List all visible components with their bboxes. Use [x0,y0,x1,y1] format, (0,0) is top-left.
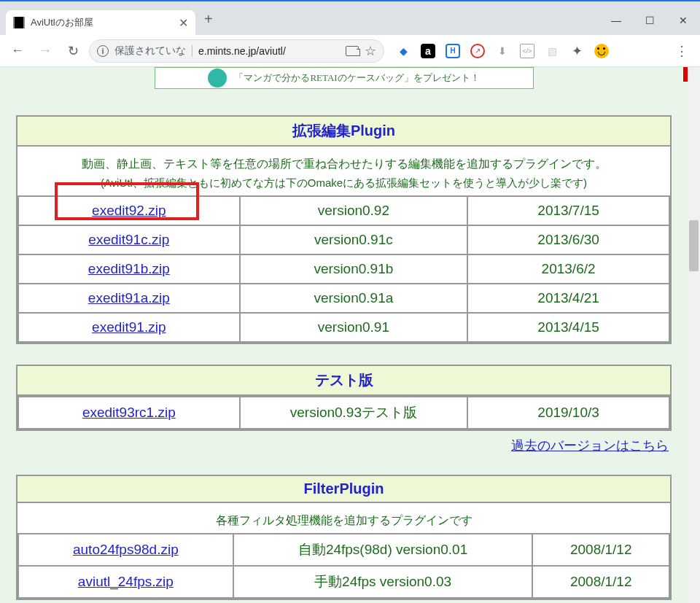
date-cell: 2019/10/3 [467,397,669,429]
download-link[interactable]: exedit91.zip [92,319,166,335]
tab-title: AviUtlのお部屋 [31,16,93,29]
omnibox-divider [192,45,192,57]
banner-logo-icon [208,69,227,87]
past-versions-link-wrap: 過去のバージョンはこちら [16,437,669,454]
exedit-desc-2: (AviUtl、拡張編集ともに初めてな方は下のOmakeにある拡張編集セットを使… [23,174,664,192]
titlebar: AviUtlのお部屋 ✕ + — ☐ ✕ [0,6,700,35]
date-cell: 2013/4/15 [467,313,669,342]
favicon-icon [13,17,25,28]
date-cell: 2008/1/12 [532,566,669,598]
section-test: テスト版 exedit93rc1.zip version0.93テスト版 201… [16,365,672,431]
scrollbar-thumb[interactable] [689,220,699,271]
version-cell: version0.93テスト版 [240,397,468,429]
close-window-button[interactable]: ✕ [666,6,700,35]
ext-icon-5[interactable]: ⬇ [495,44,510,58]
site-info-icon[interactable]: i [97,45,109,57]
browser-menu-button[interactable]: ⋮ [669,43,694,59]
ext-icon-4[interactable]: ↗ [470,44,485,58]
ext-icon-6[interactable]: </> [520,44,534,58]
extension-icons: ◆ a H ↗ ⬇ </> ▧ ✦ [396,44,665,58]
table-row: exedit92.zip version0.92 2013/7/15 [18,196,669,225]
address-bar[interactable]: i 保護されていな e.mints.ne.jp/aviutl/ ☆ [89,39,384,63]
reload-button[interactable]: ↻ [61,39,85,63]
version-cell: version0.91c [240,225,468,254]
scrollbar-track[interactable] [688,67,700,603]
browser-toolbar: ← → ↻ i 保護されていな e.mints.ne.jp/aviutl/ ☆ … [0,35,700,67]
filter-desc: 各種フィルタ処理機能を追加するプラグインです [23,510,664,530]
test-table: exedit93rc1.zip version0.93テスト版 2019/10/… [18,396,670,429]
version-cell: 手動24fps version0.03 [233,566,533,598]
filter-table: auto24fps98d.zip 自動24fps(98d) version0.0… [18,533,670,599]
ext-icon-7[interactable]: ▧ [545,44,559,58]
date-cell: 2013/4/21 [467,284,669,313]
security-label: 保護されていな [114,44,186,58]
download-link[interactable]: exedit91b.zip [88,261,170,276]
version-cell: version0.91 [240,313,468,342]
banner-text: 「マンガで分かるRETAIのケースバッグ」をプレゼント！ [234,71,479,85]
version-cell: version0.92 [240,196,468,225]
section-test-title: テスト版 [18,366,670,396]
date-cell: 2013/7/15 [467,196,669,225]
exedit-desc-1: 動画、静止画、テキスト等を任意の場所で重ね合わせたりする編集機能を追加するプラグ… [23,154,664,174]
table-row: auto24fps98d.zip 自動24fps(98d) version0.0… [18,534,669,566]
ext-icon-1[interactable]: ◆ [396,44,411,58]
table-row: exedit91.zip version0.91 2013/4/15 [18,313,669,342]
reader-mode-icon[interactable] [346,46,359,56]
maximize-button[interactable]: ☐ [633,6,666,35]
forward-button[interactable]: → [34,39,57,63]
table-row: exedit91a.zip version0.91a 2013/4/21 [18,284,669,313]
download-link[interactable]: exedit93rc1.zip [82,405,176,420]
download-link[interactable]: exedit92.zip [92,203,166,218]
ext-icon-2[interactable]: a [421,44,435,58]
table-row: exedit93rc1.zip version0.93テスト版 2019/10/… [18,397,669,429]
table-row: aviutl_24fps.zip 手動24fps version0.03 200… [18,566,669,598]
version-cell: 自動24fps(98d) version0.01 [233,534,533,566]
window-top-border [0,0,700,6]
back-button[interactable]: ← [6,39,29,63]
version-cell: version0.91b [240,254,468,284]
date-cell: 2013/6/2 [467,254,669,284]
section-filter: FilterPlugin 各種フィルタ処理機能を追加するプラグインです auto… [16,475,672,600]
version-cell: version0.91a [240,284,468,313]
ext-icon-smiley[interactable] [594,44,609,58]
section-filter-title: FilterPlugin [18,476,670,503]
table-row: exedit91c.zip version0.91c 2013/6/30 [18,225,669,254]
tab-close-icon[interactable]: ✕ [179,16,188,30]
date-cell: 2008/1/12 [532,534,669,566]
ad-banner[interactable]: 「マンガで分かるRETAIのケースバッグ」をプレゼント！ [155,67,534,89]
download-link[interactable]: aviutl_24fps.zip [78,574,174,589]
download-link[interactable]: exedit91a.zip [88,290,170,306]
date-cell: 2013/6/30 [467,225,669,254]
bookmark-star-icon[interactable]: ☆ [365,43,376,59]
minimize-button[interactable]: — [599,6,633,35]
download-link[interactable]: exedit91c.zip [88,232,169,247]
download-link[interactable]: auto24fps98d.zip [73,542,179,557]
past-versions-link[interactable]: 過去のバージョンはこちら [511,438,669,453]
section-exedit-title: 拡張編集Plugin [18,117,670,147]
exedit-table: exedit92.zip version0.92 2013/7/15 exedi… [18,195,670,343]
page-viewport: 「マンガで分かるRETAIのケースバッグ」をプレゼント！ 拡張編集Plugin … [0,67,688,603]
browser-tab[interactable]: AviUtlのお部屋 ✕ [6,10,195,35]
url-text: e.mints.ne.jp/aviutl/ [198,45,286,57]
window-controls: — ☐ ✕ [599,6,700,35]
ext-icon-3[interactable]: H [446,44,460,58]
section-exedit: 拡張編集Plugin 動画、静止画、テキスト等を任意の場所で重ね合わせたりする編… [16,115,672,344]
table-row: exedit91b.zip version0.91b 2013/6/2 [18,254,669,284]
new-tab-button[interactable]: + [204,11,213,31]
extensions-button[interactable]: ✦ [569,44,584,58]
